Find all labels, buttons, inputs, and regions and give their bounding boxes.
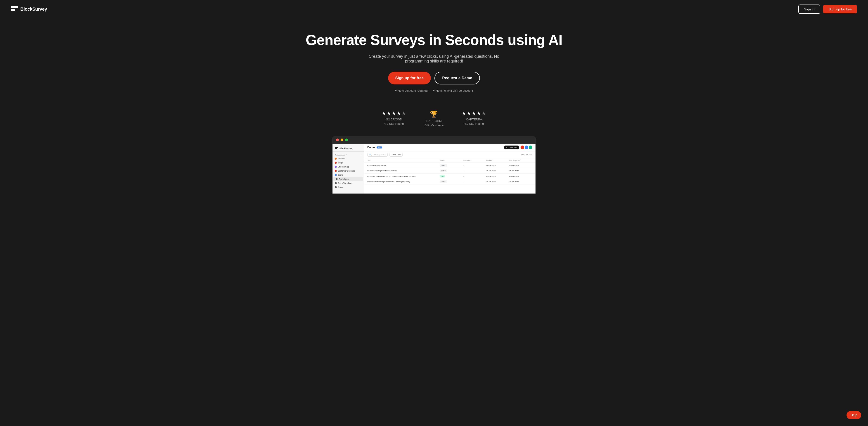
create-new-button[interactable]: + Create new xyxy=(504,146,519,149)
row1-title: Citizen outreach survey xyxy=(367,164,440,166)
col-last-response: Last response xyxy=(509,159,532,161)
team-templates-icon xyxy=(335,182,337,184)
search-input[interactable]: 🔍 Search (Ctrl + /) xyxy=(367,153,388,157)
window-close-dot xyxy=(336,139,339,141)
demo-toolbar: 🔍 Search (Ctrl + /) + Add Filter Filter … xyxy=(364,151,535,158)
g2-value: 4.8 Star Rating xyxy=(381,122,406,125)
row3-title: Employee Onboarding Survey - University … xyxy=(367,175,440,177)
rating-g2: ★★★★★ G2 CROWD 4.8 Star Rating xyxy=(381,110,406,125)
demo-sidebar: BlockSurvey Teamspaces ∨ + Team AG Blogs… xyxy=(333,144,364,194)
avatar-1 xyxy=(521,146,524,149)
hero-notes: No credit card required No time limit on… xyxy=(5,89,863,92)
sidebar-logo-icon xyxy=(335,147,338,150)
filter-by-dropdown[interactable]: Filter by: All ∨ xyxy=(521,154,532,156)
demo-container: BlockSurvey Teamspaces ∨ + Team AG Blogs… xyxy=(0,136,868,194)
logo: BlockSurvey xyxy=(11,6,47,12)
col-modified: Modified xyxy=(486,159,509,161)
demo-main-header: Demo Staff + Create new xyxy=(364,144,535,151)
window-minimize-dot xyxy=(341,139,343,141)
table-row: Citizen outreach survey DRAFT - 27-Jul-2… xyxy=(364,163,535,168)
signup-button-nav[interactable]: Sign up for free xyxy=(823,5,857,13)
window-maximize-dot xyxy=(345,139,348,141)
checklist-icon xyxy=(335,166,337,168)
row1-status: DRAFT xyxy=(440,164,447,167)
capterra-value: 4.9 Star Rating xyxy=(462,122,487,125)
logo-bar-2 xyxy=(11,9,16,11)
row4-modified: 24-Jul-2023 xyxy=(486,181,509,183)
sidebar-item-checklist[interactable]: Checklist.gg xyxy=(333,165,364,169)
sidebar-item-team-templates[interactable]: Team Templates xyxy=(333,181,364,185)
demo-window: BlockSurvey Teamspaces ∨ + Team AG Blogs… xyxy=(332,136,536,194)
row3-last-response: 25-Jul-2023 xyxy=(509,175,532,177)
g2-platform: G2 CROWD xyxy=(381,118,406,121)
avatar-2 xyxy=(525,146,528,149)
sidebar-item-team-items[interactable]: Team Items xyxy=(333,177,363,181)
sidebar-item-demo-label: Demo xyxy=(338,174,343,176)
search-icon: 🔍 xyxy=(369,154,372,156)
ratings-section: ★★★★★ G2 CROWD 4.8 Star Rating 🏆 DAPP.CO… xyxy=(0,102,868,136)
help-button[interactable]: Help xyxy=(846,411,861,419)
dapp-platform: DAPP.COM xyxy=(425,119,443,123)
sidebar-item-blogs[interactable]: Blogs xyxy=(333,161,364,165)
table-row: Student Housing Satisfaction Survey DRAF… xyxy=(364,168,535,174)
rating-capterra: ★★★★★ CAPTERRA 4.9 Star Rating xyxy=(462,110,487,125)
navbar: BlockSurvey Sign in Sign up for free xyxy=(0,0,868,18)
row1-responses: - xyxy=(463,164,486,166)
nav-buttons: Sign in Sign up for free xyxy=(798,4,857,14)
row2-status: DRAFT xyxy=(440,170,447,172)
row4-status: DRAFT xyxy=(440,180,447,183)
signin-button[interactable]: Sign in xyxy=(798,4,820,14)
hero-title: Generate Surveys in Seconds using AI xyxy=(5,32,863,49)
team-items-icon xyxy=(336,178,338,180)
col-title: Title xyxy=(367,159,440,161)
sidebar-item-team-templates-label: Team Templates xyxy=(338,182,352,184)
demo-inner: BlockSurvey Teamspaces ∨ + Team AG Blogs… xyxy=(333,144,535,194)
demo-main: Demo Staff + Create new xyxy=(364,144,535,194)
demo-badge: Staff xyxy=(377,146,382,148)
row4-last-response: 24-Jul-2023 xyxy=(509,181,532,183)
demo-title: Demo xyxy=(367,146,375,149)
hero-subtitle: Create your survey in just a few clicks,… xyxy=(362,54,506,64)
sidebar-item-demo[interactable]: Demo xyxy=(333,173,364,177)
sidebar-item-trash-label: Trash xyxy=(338,186,343,188)
add-filter-button[interactable]: + Add Filter xyxy=(390,153,403,157)
row4-responses: - xyxy=(463,181,486,183)
signup-button-hero[interactable]: Sign up for free xyxy=(388,72,431,84)
sidebar-brand-name: BlockSurvey xyxy=(340,147,352,149)
capterra-stars: ★★★★★ xyxy=(462,110,487,116)
row2-modified: 25-Jul-2023 xyxy=(486,170,509,172)
sidebar-item-blogs-label: Blogs xyxy=(338,162,343,164)
header-right: + Create new xyxy=(504,146,532,149)
row2-last-response: 25-Jul-2023 xyxy=(509,170,532,172)
demo-icon xyxy=(335,174,337,176)
brand-name: BlockSurvey xyxy=(20,6,47,12)
rating-dapp: 🏆 DAPP.COM Editor's choice xyxy=(425,110,443,127)
avatar-3 xyxy=(529,146,532,149)
sidebar-item-trash[interactable]: Trash xyxy=(333,185,364,189)
row4-title: Doctor Credentialing Process and Challen… xyxy=(367,181,440,183)
dapp-value: Editor's choice xyxy=(425,123,443,127)
row1-modified: 27-Jul-2023 xyxy=(486,164,509,166)
hero-cta: Sign up for free Request a Demo xyxy=(5,72,863,84)
sidebar-logo: BlockSurvey xyxy=(333,146,364,152)
request-demo-button[interactable]: Request a Demo xyxy=(434,72,480,84)
hero-section: Generate Surveys in Seconds using AI Cre… xyxy=(0,18,868,102)
dot-icon-1 xyxy=(395,90,397,91)
logo-icon xyxy=(11,6,18,12)
row2-title: Student Housing Satisfaction Survey xyxy=(367,170,440,172)
sidebar-item-teamag-label: Team AG xyxy=(338,158,346,160)
g2-stars: ★★★★★ xyxy=(381,110,406,116)
logo-bar-1 xyxy=(11,6,18,8)
row3-status: LIVE xyxy=(440,175,445,177)
demo-title-row: Demo Staff xyxy=(367,146,382,149)
sidebar-section-label: Teamspaces ∨ + xyxy=(333,153,364,157)
sidebar-item-teamag[interactable]: Team AG xyxy=(333,157,364,161)
table-row: Doctor Credentialing Process and Challen… xyxy=(364,179,535,184)
demo-avatars xyxy=(521,146,532,149)
blogs-icon xyxy=(335,162,337,164)
teamag-icon xyxy=(335,158,337,160)
sidebar-item-checklist-label: Checklist.gg xyxy=(338,166,349,168)
capterra-platform: CAPTERRA xyxy=(462,118,487,121)
sidebar-item-customer-success[interactable]: Customer Success xyxy=(333,169,364,173)
row2-responses: - xyxy=(463,170,486,172)
